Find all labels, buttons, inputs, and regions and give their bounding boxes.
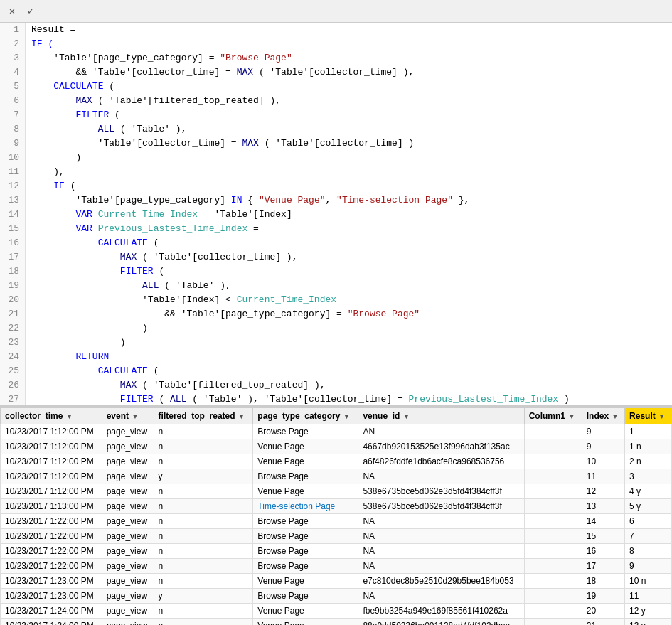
line-number: 24	[0, 350, 26, 364]
cell-page_type_category: Venue Page	[253, 454, 358, 469]
cell-collector_time: 10/23/2017 1:12:00 PM	[1, 454, 102, 469]
table-row: 10/23/2017 1:13:00 PMpage_viewnTime-sele…	[1, 499, 672, 514]
code-line: 12 IF (	[0, 179, 672, 193]
column-header-venue_id[interactable]: venue_id▼	[358, 408, 524, 424]
cell-venue_id: NA	[358, 469, 524, 484]
cell-result: 2 n	[625, 454, 672, 469]
column-header-collector_time[interactable]: collector_time▼	[1, 408, 102, 424]
line-content: FILTER (	[26, 265, 672, 279]
column-header-index[interactable]: Index▼	[582, 408, 624, 424]
cell-index: 10	[582, 454, 624, 469]
column-header-event[interactable]: event▼	[102, 408, 154, 424]
code-line: 17 MAX ( 'Table'[collector_time] ),	[0, 250, 672, 265]
cell-event: page_view	[102, 499, 154, 514]
cell-column1	[524, 619, 582, 626]
line-content: VAR Previous_Lastest_Time_Index =	[26, 222, 672, 236]
sort-icon: ▼	[65, 412, 73, 420]
line-number: 18	[0, 265, 26, 279]
cell-index: 21	[582, 619, 624, 626]
table-row: 10/23/2017 1:22:00 PMpage_viewnBrowse Pa…	[1, 544, 672, 559]
line-content: RETURN	[26, 350, 672, 364]
code-line: 3 'Table'[page_type_category] = "Browse …	[0, 51, 672, 65]
cell-collector_time: 10/23/2017 1:22:00 PM	[1, 559, 102, 574]
confirm-icon[interactable]: ✓	[24, 5, 37, 18]
cell-result: 4 y	[625, 484, 672, 499]
code-line: 6 MAX ( 'Table'[filtered_top_reated] ),	[0, 94, 672, 108]
table-row: 10/23/2017 1:24:00 PMpage_viewnVenue Pag…	[1, 619, 672, 626]
cell-column1	[524, 574, 582, 589]
line-number: 23	[0, 336, 26, 350]
cell-collector_time: 10/23/2017 1:24:00 PM	[1, 619, 102, 626]
cell-column1	[524, 514, 582, 529]
cell-result: 8	[625, 544, 672, 559]
line-content: MAX ( 'Table'[filtered_top_reated] ),	[26, 378, 672, 392]
cell-column1	[524, 589, 582, 604]
cell-column1	[524, 424, 582, 439]
code-line: 4 && 'Table'[collector_time] = MAX ( 'Ta…	[0, 65, 672, 80]
line-content: ALL ( 'Table' ),	[26, 122, 672, 137]
code-lines: 1Result = 2IF (3 'Table'[page_type_categ…	[0, 23, 672, 407]
cell-result: 9	[625, 559, 672, 574]
cell-page_type_category: Browse Page	[253, 544, 358, 559]
column-header-filtered_top_reated[interactable]: filtered_top_reated▼	[154, 408, 253, 424]
cell-collector_time: 10/23/2017 1:12:00 PM	[1, 469, 102, 484]
sort-icon: ▼	[132, 412, 139, 420]
cell-collector_time: 10/23/2017 1:12:00 PM	[1, 424, 102, 439]
cell-event: page_view	[102, 454, 154, 469]
line-content: FILTER ( ALL ( 'Table' ), 'Table'[collec…	[26, 392, 672, 407]
code-line: 22 )	[0, 321, 672, 336]
line-number: 2	[0, 37, 26, 51]
cell-event: page_view	[102, 574, 154, 589]
cell-result: 1 n	[625, 439, 672, 454]
cell-event: page_view	[102, 589, 154, 604]
line-number: 20	[0, 293, 26, 307]
code-editor: 1Result = 2IF (3 'Table'[page_type_categ…	[0, 23, 672, 407]
cell-filtered_top_reated: n	[154, 574, 253, 589]
cell-index: 11	[582, 469, 624, 484]
cell-result: 6	[625, 514, 672, 529]
line-number: 5	[0, 80, 26, 94]
data-table-container[interactable]: collector_time▼event▼filtered_top_reated…	[0, 407, 672, 625]
cancel-icon[interactable]: ✕	[6, 5, 18, 18]
cell-collector_time: 10/23/2017 1:22:00 PM	[1, 544, 102, 559]
line-content: FILTER (	[26, 108, 672, 122]
line-number: 14	[0, 208, 26, 222]
cell-index: 18	[582, 574, 624, 589]
line-content: )	[26, 321, 672, 336]
code-line: 26 MAX ( 'Table'[filtered_top_reated] ),	[0, 378, 672, 392]
line-number: 9	[0, 137, 26, 151]
cell-collector_time: 10/23/2017 1:22:00 PM	[1, 514, 102, 529]
line-content: && 'Table'[page_type_category] = "Browse…	[26, 307, 672, 321]
cell-page_type_category: Venue Page	[253, 604, 358, 619]
code-line: 16 CALCULATE (	[0, 236, 672, 250]
line-content: ALL ( 'Table' ),	[26, 279, 672, 293]
line-number: 12	[0, 179, 26, 193]
line-content: MAX ( 'Table'[collector_time] ),	[26, 250, 672, 265]
line-number: 1	[0, 23, 26, 37]
cell-collector_time: 10/23/2017 1:12:00 PM	[1, 484, 102, 499]
cell-venue_id: AN	[358, 424, 524, 439]
cell-filtered_top_reated: n	[154, 619, 253, 626]
cell-filtered_top_reated: n	[154, 529, 253, 544]
cell-venue_id: NA	[358, 514, 524, 529]
cell-result: 12 y	[625, 604, 672, 619]
line-content: CALCULATE (	[26, 80, 672, 94]
cell-collector_time: 10/23/2017 1:24:00 PM	[1, 604, 102, 619]
cell-index: 17	[582, 559, 624, 574]
cell-venue_id: NA	[358, 529, 524, 544]
cell-column1	[524, 544, 582, 559]
line-content: CALCULATE (	[26, 236, 672, 250]
cell-result: 13 y	[625, 619, 672, 626]
column-header-column1[interactable]: Column1▼	[524, 408, 582, 424]
cell-collector_time: 10/23/2017 1:13:00 PM	[1, 499, 102, 514]
sort-icon: ▼	[238, 412, 245, 420]
cell-filtered_top_reated: n	[154, 499, 253, 514]
column-header-page_type_category[interactable]: page_type_category▼	[253, 408, 358, 424]
cell-filtered_top_reated: y	[154, 469, 253, 484]
column-header-result[interactable]: Result▼	[625, 408, 672, 424]
cell-event: page_view	[102, 424, 154, 439]
cell-index: 9	[582, 439, 624, 454]
code-line: 10 )	[0, 151, 672, 165]
cell-page_type_category: Browse Page	[253, 529, 358, 544]
line-number: 13	[0, 193, 26, 208]
